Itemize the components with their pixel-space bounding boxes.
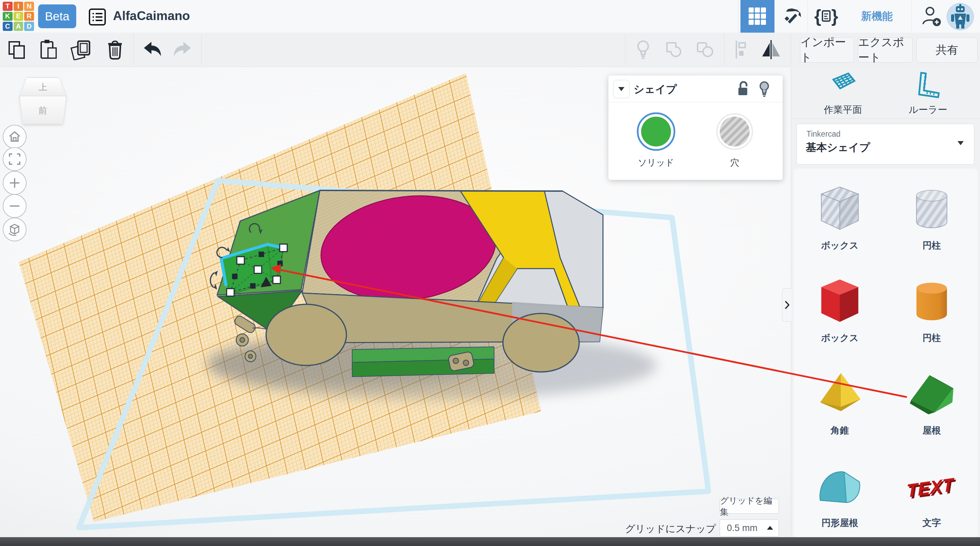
solid-swatch[interactable]: ソリッド bbox=[636, 112, 676, 168]
tinkercad-logo[interactable]: T I N K E R C A D bbox=[3, 2, 34, 31]
model-wheel-right bbox=[503, 313, 579, 372]
perspective-cube-icon bbox=[8, 223, 21, 236]
mirror-button[interactable] bbox=[758, 33, 784, 67]
codeblocks-button[interactable]: {} bbox=[810, 0, 843, 33]
document-properties-button[interactable] bbox=[89, 8, 106, 26]
group-button[interactable] bbox=[662, 33, 687, 67]
svg-text:{: { bbox=[814, 6, 821, 26]
undo-button[interactable] bbox=[139, 33, 165, 67]
shape-library-dropdown[interactable]: Tinkercad 基本シェイプ bbox=[797, 124, 974, 165]
shape-label: ボックス bbox=[821, 332, 859, 344]
beta-button[interactable]: Beta bbox=[38, 5, 76, 28]
paste-button[interactable] bbox=[35, 33, 61, 67]
shape-card-box-red[interactable]: ボックス bbox=[794, 264, 886, 356]
divider bbox=[724, 34, 724, 65]
snap-grid-dropdown[interactable]: 0.5 mm bbox=[720, 519, 779, 536]
logo-tile: N bbox=[24, 2, 34, 11]
minus-icon bbox=[9, 205, 21, 207]
divider bbox=[791, 118, 980, 119]
divider bbox=[791, 34, 791, 65]
ruler-icon bbox=[914, 71, 942, 99]
workplane-icon bbox=[829, 71, 857, 99]
fit-view-icon bbox=[9, 153, 21, 165]
shape-label: 角錐 bbox=[830, 424, 849, 436]
shape-card-roof[interactable]: 屋根 bbox=[886, 356, 978, 449]
trash-icon bbox=[105, 39, 124, 60]
minecraft-export-button[interactable] bbox=[778, 0, 808, 33]
lightbulb-icon bbox=[758, 81, 770, 97]
divider bbox=[738, 0, 738, 33]
inspector-body: ソリッド 穴 bbox=[608, 102, 783, 180]
logo-tile: T bbox=[3, 2, 13, 11]
ruler-tool[interactable]: ルーラー bbox=[897, 71, 959, 116]
divider bbox=[134, 34, 134, 65]
show-all-button[interactable] bbox=[630, 33, 656, 67]
shape-card-cylinder-orange[interactable]: 円柱 bbox=[886, 264, 978, 356]
fit-view-button[interactable] bbox=[3, 147, 27, 171]
parts-sidebar: 作業平面 ルーラー Tinkercad 基本シェイプ ボックス 円柱 bbox=[791, 67, 980, 546]
divider bbox=[625, 34, 625, 65]
invite-user-button[interactable] bbox=[917, 0, 945, 33]
zoom-out-button[interactable] bbox=[3, 194, 27, 218]
perspective-toggle-button[interactable] bbox=[3, 217, 27, 241]
align-icon bbox=[733, 40, 749, 59]
import-button[interactable]: インポート bbox=[800, 37, 854, 63]
snap-grid-value: 0.5 mm bbox=[727, 523, 757, 533]
view-cube-front-face[interactable]: 前 bbox=[20, 96, 66, 125]
grid-icon bbox=[748, 7, 767, 26]
shape-label: 円形屋根 bbox=[821, 517, 858, 529]
robot-avatar-image bbox=[947, 3, 974, 30]
shape-card-cylinder-hole[interactable]: 円柱 bbox=[886, 171, 978, 264]
account-avatar[interactable] bbox=[947, 3, 974, 30]
hole-pattern-circle bbox=[720, 117, 749, 146]
visibility-button[interactable] bbox=[758, 81, 772, 97]
hole-swatch[interactable]: 穴 bbox=[714, 112, 755, 168]
lock-button[interactable] bbox=[737, 81, 750, 97]
shape-gallery: ボックス 円柱 ボックス 円柱 角錐 bbox=[794, 168, 978, 538]
workplane-label: 作業平面 bbox=[812, 103, 873, 116]
delete-button[interactable] bbox=[102, 33, 128, 67]
ungroup-icon bbox=[695, 40, 715, 59]
view-cube[interactable]: 上 前 bbox=[20, 78, 65, 124]
logo-tile: E bbox=[14, 12, 24, 21]
export-button[interactable]: エクスポート bbox=[858, 37, 913, 63]
document-title[interactable]: AlfaCaimano bbox=[113, 9, 190, 23]
home-icon bbox=[8, 131, 21, 143]
inspector-header: シェイプ bbox=[608, 76, 783, 102]
whats-new-link[interactable]: 新機能 bbox=[843, 0, 911, 33]
shape-card-box-hole[interactable]: ボックス bbox=[794, 171, 886, 264]
shape-card-text[interactable]: TEXTTEXT 文字 bbox=[886, 449, 978, 541]
shape-card-round-roof[interactable]: 円形屋根 bbox=[794, 449, 886, 541]
copy-button[interactable] bbox=[4, 33, 30, 67]
shape-label: 文字 bbox=[923, 517, 941, 529]
ungroup-button[interactable] bbox=[692, 33, 718, 67]
sidebar-collapse-tab[interactable] bbox=[782, 288, 791, 322]
duplicate-button[interactable] bbox=[68, 33, 94, 67]
redo-button[interactable] bbox=[170, 33, 196, 67]
chevron-right-icon bbox=[785, 300, 789, 310]
codeblocks-icon: {} bbox=[814, 6, 839, 27]
workplane-tool[interactable]: 作業平面 bbox=[812, 71, 873, 116]
mirror-icon bbox=[760, 40, 782, 59]
inspector-collapse-button[interactable] bbox=[613, 80, 630, 98]
add-person-icon bbox=[920, 5, 942, 27]
shape-label: 円柱 bbox=[923, 239, 941, 252]
logo-tile: C bbox=[3, 22, 13, 31]
align-button[interactable] bbox=[728, 33, 754, 67]
inspector-panel: シェイプ ソリッド 穴 bbox=[608, 76, 783, 180]
home-view-button[interactable] bbox=[3, 125, 27, 149]
paste-icon bbox=[38, 39, 58, 60]
svg-text:}: } bbox=[831, 6, 838, 26]
lightbulb-icon bbox=[636, 40, 651, 60]
library-name: 基本シェイプ bbox=[806, 140, 870, 155]
shape-card-pyramid[interactable]: 角錐 bbox=[794, 356, 886, 449]
zoom-in-button[interactable] bbox=[3, 171, 27, 195]
view-cube-top-face[interactable]: 上 bbox=[20, 78, 66, 97]
shape-label: 円柱 bbox=[923, 332, 941, 344]
inspector-title: シェイプ bbox=[633, 82, 677, 97]
edit-grid-button[interactable]: グリッドを編集 bbox=[720, 499, 779, 514]
ruler-label: ルーラー bbox=[897, 103, 959, 116]
share-button[interactable]: 共有 bbox=[916, 37, 978, 63]
dashboard-grid-button[interactable] bbox=[740, 0, 775, 33]
chevron-up-icon bbox=[767, 526, 773, 530]
